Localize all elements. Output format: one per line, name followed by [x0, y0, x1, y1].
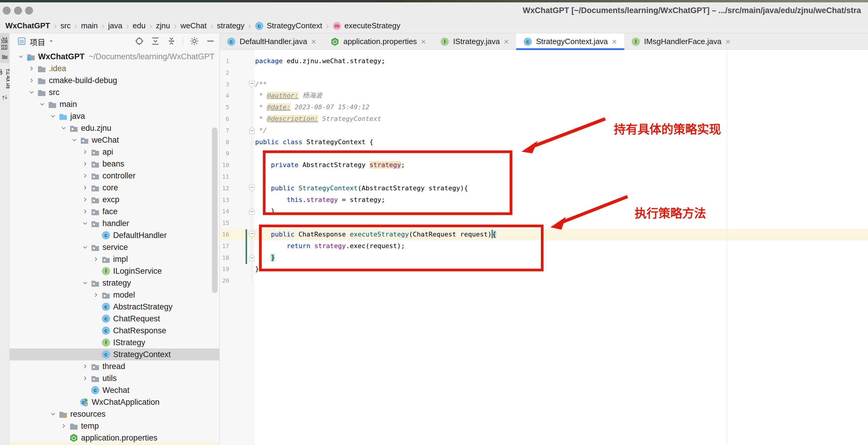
chevron-collapsed-icon[interactable]: [80, 194, 91, 206]
chevron-expanded-icon[interactable]: [26, 86, 37, 98]
chevron-collapsed-icon[interactable]: [26, 75, 37, 86]
tree-row-excp[interactable]: excp: [9, 194, 219, 206]
breadcrumb-item-strategy[interactable]: strategy: [217, 21, 245, 30]
zoom-window-button[interactable]: [25, 6, 33, 14]
tree-scrollbar-thumb[interactable]: [212, 127, 218, 293]
tree-row-resources[interactable]: resources: [9, 408, 219, 420]
breadcrumb-item-src[interactable]: src: [60, 21, 71, 30]
tab-application.properties[interactable]: application.properties×: [323, 33, 433, 50]
collapse-all-icon[interactable]: [167, 36, 176, 47]
stripe-item-project[interactable]: 项目: [0, 33, 9, 63]
chevron-expanded-icon[interactable]: [16, 51, 26, 63]
locate-icon[interactable]: [134, 36, 144, 47]
tree-row-service[interactable]: service: [9, 241, 219, 253]
tree-row-ChatResponse[interactable]: cChatResponse: [9, 325, 219, 336]
code-line-3[interactable]: 3/**: [220, 79, 868, 90]
code-line-20[interactable]: 20: [220, 275, 868, 287]
fold-end-icon[interactable]: [248, 207, 255, 215]
tab-StrategyContext.java[interactable]: cStrategyContext.java×: [516, 33, 624, 50]
chevron-collapsed-icon[interactable]: [91, 289, 101, 301]
breadcrumb-item-main[interactable]: main: [81, 21, 98, 30]
chevron-expanded-icon[interactable]: [80, 217, 91, 229]
tree-row-AbstractStrategy[interactable]: cAbstractStrategy: [9, 301, 219, 313]
tree-row-cmake-build-debug[interactable]: cmake-build-debug: [9, 75, 219, 86]
tree-row-java[interactable]: java: [9, 110, 219, 122]
code-line-7[interactable]: 7 */: [220, 125, 868, 137]
breadcrumb-item-weChat[interactable]: weChat: [180, 21, 207, 30]
tree-row-WxChatApplication[interactable]: c WxChatApplication: [9, 396, 219, 408]
breadcrumb-item-zjnu[interactable]: zjnu: [156, 21, 170, 30]
code-line-1[interactable]: 1package edu.zjnu.weChat.strategy;: [220, 55, 868, 67]
breadcrumb-item-WxChatGPT[interactable]: WxChatGPT: [5, 21, 50, 30]
chevron-expanded-icon[interactable]: [37, 98, 48, 110]
chevron-expanded-icon[interactable]: [80, 277, 91, 289]
chevron-collapsed-icon[interactable]: [80, 206, 91, 217]
chevron-expanded-icon[interactable]: [80, 241, 91, 253]
chevron-collapsed-icon[interactable]: [80, 170, 91, 182]
chevron-collapsed-icon[interactable]: [80, 182, 91, 194]
fold-end-icon[interactable]: [248, 126, 255, 135]
close-tab-icon[interactable]: ×: [421, 37, 426, 46]
chevron-collapsed-icon[interactable]: [58, 420, 69, 432]
tree-row-ChatRequest[interactable]: cChatRequest: [9, 313, 219, 325]
settings-gear-icon[interactable]: [190, 36, 199, 47]
stripe-item-pull-requests[interactable]: 拉取请求: [0, 65, 9, 102]
tab-DefaultHandler.java[interactable]: cDefaultHandler.java×: [220, 33, 323, 50]
fold-end-icon[interactable]: [248, 254, 255, 262]
chevron-expanded-icon[interactable]: [48, 408, 58, 420]
breadcrumb-item-executeStrategy[interactable]: mexecuteStrategy: [333, 21, 400, 30]
tree-row-face[interactable]: face: [9, 206, 219, 217]
tree-row-utils[interactable]: utils: [9, 372, 219, 384]
chevron-collapsed-icon[interactable]: [80, 360, 91, 372]
hide-panel-icon[interactable]: [206, 36, 215, 47]
close-tab-icon[interactable]: ×: [504, 37, 509, 46]
close-tab-icon[interactable]: ×: [725, 37, 731, 46]
chevron-collapsed-icon[interactable]: [80, 146, 91, 158]
tree-row-strategy[interactable]: strategy: [9, 277, 219, 289]
chevron-collapsed-icon[interactable]: [91, 253, 101, 265]
code-line-6[interactable]: 6 * @description: StrategyContext: [220, 113, 868, 125]
tree-row-handler[interactable]: handler: [9, 217, 219, 229]
chevron-expanded-icon[interactable]: [69, 134, 80, 146]
tree-row-core[interactable]: core: [9, 182, 219, 194]
tree-row-edu.zjnu[interactable]: edu.zjnu: [9, 122, 219, 134]
tree-row-StrategyContext[interactable]: cStrategyContext: [9, 349, 219, 360]
chevron-expanded-icon[interactable]: [58, 122, 69, 134]
close-tab-icon[interactable]: ×: [612, 37, 617, 46]
code-line-8[interactable]: 8public class StrategyContext {: [220, 137, 868, 148]
tree-row-WxChatGPT[interactable]: WxChatGPT~/Documents/learning/WxChatGPT: [9, 51, 219, 63]
breadcrumb-item-edu[interactable]: edu: [133, 21, 146, 30]
minimize-window-button[interactable]: [14, 6, 22, 14]
tree-row-temp[interactable]: temp: [9, 420, 219, 432]
project-panel-title[interactable]: 项目: [30, 36, 45, 47]
chevron-collapsed-icon[interactable]: [80, 372, 91, 384]
tree-row-api[interactable]: api: [9, 146, 219, 158]
tree-row-DefaultHandler[interactable]: cDefaultHandler: [9, 229, 219, 241]
close-window-button[interactable]: [3, 6, 11, 14]
fold-collapse-icon[interactable]: [248, 230, 255, 239]
tree-row-Wechat[interactable]: cWechat: [9, 384, 219, 396]
chevron-collapsed-icon[interactable]: [80, 158, 91, 170]
tree-row-thread[interactable]: thread: [9, 360, 219, 372]
close-tab-icon[interactable]: ×: [311, 37, 316, 46]
code-line-5[interactable]: 5 * @date: 2023-08-07 15:49:12: [220, 101, 868, 113]
breadcrumb-item-java[interactable]: java: [108, 21, 122, 30]
chevron-collapsed-icon[interactable]: [26, 63, 37, 75]
tree-row-controller[interactable]: controller: [9, 170, 219, 182]
fold-collapse-icon[interactable]: [248, 80, 255, 88]
code-line-2[interactable]: 2: [220, 67, 868, 79]
tree-row-main[interactable]: main: [9, 98, 219, 110]
tab-IStrategy.java[interactable]: IIStrategy.java×: [433, 33, 516, 50]
tree-row-ILoginService[interactable]: IILoginService: [9, 265, 219, 277]
tree-row-application.properties[interactable]: application.properties: [9, 432, 219, 444]
breadcrumb-item-StrategyContext[interactable]: cStrategyContext: [255, 21, 322, 30]
chevron-expanded-icon[interactable]: [48, 110, 58, 122]
tree-row-.idea[interactable]: .idea: [9, 63, 219, 75]
tree-row-weChat[interactable]: weChat: [9, 134, 219, 146]
code-line-4[interactable]: 4 * @author: 杨海波: [220, 90, 868, 101]
tree-row-IStrategy[interactable]: IIStrategy: [9, 336, 219, 349]
expand-all-icon[interactable]: [151, 36, 160, 47]
tree-row-model[interactable]: model: [9, 289, 219, 301]
tree-row-beans[interactable]: beans: [9, 158, 219, 170]
fold-collapse-icon[interactable]: [248, 184, 255, 192]
